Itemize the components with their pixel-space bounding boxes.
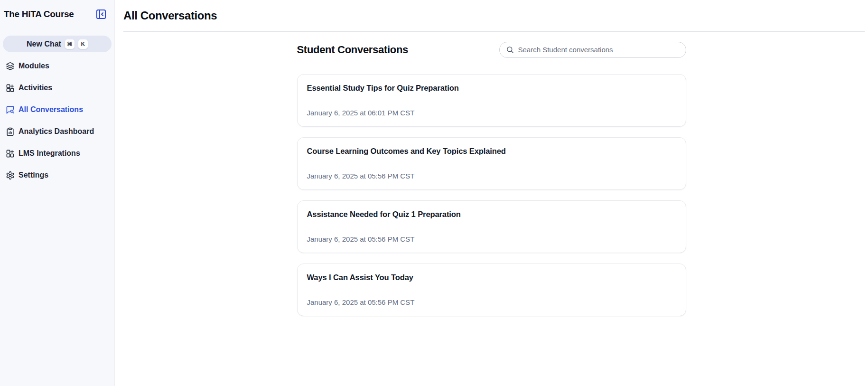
search-input[interactable] xyxy=(518,46,680,54)
gear-icon xyxy=(6,171,15,180)
squares-plus-icon xyxy=(6,149,15,158)
conversation-card[interactable]: Course Learning Outcomes and Key Topics … xyxy=(297,137,686,190)
conversation-card[interactable]: Assistance Needed for Quiz 1 Preparation… xyxy=(297,200,686,253)
conversation-title: Course Learning Outcomes and Key Topics … xyxy=(307,147,676,156)
command-key-badge: ⌘ xyxy=(65,39,75,49)
sidebar-item-label: LMS Integrations xyxy=(19,149,80,158)
page-title: All Conversations xyxy=(123,9,217,22)
sidebar: The HiTA Course New Chat ⌘ K xyxy=(0,0,115,386)
conversation-card[interactable]: Essential Study Tips for Quiz Preparatio… xyxy=(297,74,686,127)
conversation-list: Essential Study Tips for Quiz Preparatio… xyxy=(297,74,686,316)
sidebar-nav: Modules Activities All Co xyxy=(0,55,114,186)
new-chat-label: New Chat xyxy=(27,40,61,48)
conversation-timestamp: January 6, 2025 at 06:01 PM CST xyxy=(307,109,676,117)
chat-search-icon xyxy=(6,105,15,114)
conversation-timestamp: January 6, 2025 at 05:56 PM CST xyxy=(307,235,676,243)
app-title: The HiTA Course xyxy=(4,9,74,19)
sidebar-item-modules[interactable]: Modules xyxy=(0,55,114,77)
conversation-timestamp: January 6, 2025 at 05:56 PM CST xyxy=(307,172,676,180)
conversation-title: Ways I Can Assist You Today xyxy=(307,273,676,282)
conversation-title: Assistance Needed for Quiz 1 Preparation xyxy=(307,210,676,219)
sidebar-item-settings[interactable]: Settings xyxy=(0,164,114,186)
sidebar-item-all-conversations[interactable]: All Conversations xyxy=(0,99,114,121)
section-title: Student Conversations xyxy=(297,44,409,56)
new-chat-button[interactable]: New Chat ⌘ K xyxy=(3,36,112,52)
conversation-card[interactable]: Ways I Can Assist You Today January 6, 2… xyxy=(297,264,686,316)
content-header: Student Conversations xyxy=(297,41,686,58)
sidebar-collapse-button[interactable] xyxy=(94,8,108,21)
conversation-timestamp: January 6, 2025 at 05:56 PM CST xyxy=(307,298,676,306)
sidebar-item-label: Settings xyxy=(19,171,48,179)
sidebar-item-activities[interactable]: Activities xyxy=(0,77,114,99)
sidebar-item-label: Modules xyxy=(19,62,49,70)
conversation-title: Essential Study Tips for Quiz Preparatio… xyxy=(307,84,676,93)
clipboard-chart-icon xyxy=(6,127,15,136)
sidebar-item-label: All Conversations xyxy=(19,105,83,114)
squares-plus-icon xyxy=(6,84,15,93)
sidebar-item-lms-integrations[interactable]: LMS Integrations xyxy=(0,142,114,164)
main-area: All Conversations Student Conversations xyxy=(115,0,868,386)
search-icon xyxy=(506,46,514,54)
sidebar-item-label: Activities xyxy=(19,84,52,92)
main-header: All Conversations xyxy=(123,0,865,32)
panel-left-close-icon xyxy=(95,9,107,20)
layers-icon xyxy=(6,62,15,71)
sidebar-header: The HiTA Course xyxy=(0,0,114,21)
k-key-badge: K xyxy=(78,39,88,49)
content: Student Conversations Essential Study Ti… xyxy=(115,32,868,386)
sidebar-item-analytics-dashboard[interactable]: Analytics Dashboard xyxy=(0,121,114,142)
sidebar-item-label: Analytics Dashboard xyxy=(19,127,94,136)
search-box xyxy=(499,42,686,58)
